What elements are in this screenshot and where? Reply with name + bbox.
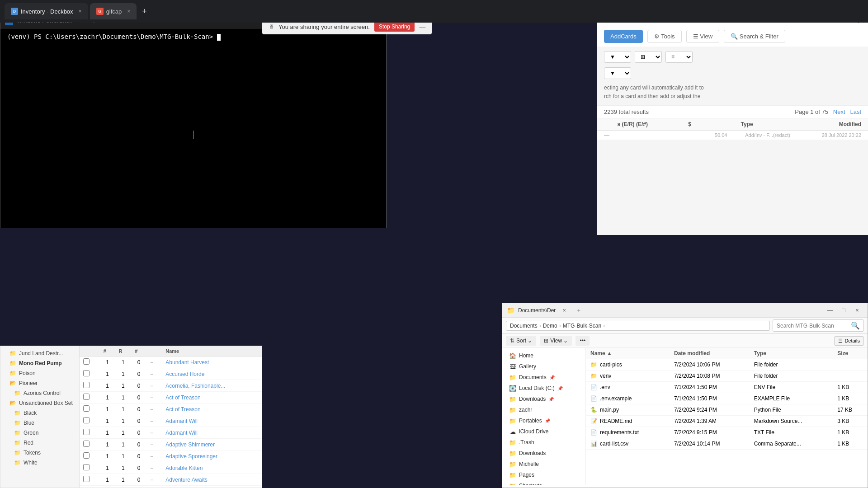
inv-table-row[interactable]: 1 1 0 − Adamant Will: [80, 427, 262, 439]
fe-details-btn[interactable]: ☰ Details: [834, 336, 864, 346]
fe-sidebar-zachr[interactable]: 📁 zachr: [502, 404, 585, 415]
inv-card-link[interactable]: Accursed Horde: [165, 371, 204, 377]
inv-cell-name[interactable]: Adaptive Shimmerer: [162, 439, 262, 450]
sidebar-unsanctioned[interactable]: 📂 Unsanctioned Box Set: [0, 398, 79, 408]
sidebar-jund[interactable]: 📁 Jund Land Destr...: [0, 348, 79, 358]
inv-table-row[interactable]: 1 1 0 − Accursed Horde: [80, 368, 262, 380]
stop-sharing-button[interactable]: Stop Sharing: [374, 22, 415, 32]
fe-file-row[interactable]: 📄 .env.example 7/1/2024 1:50 PM EXAMPLE …: [586, 393, 868, 404]
inv-table-row[interactable]: 1 1 0 − Act of Treason: [80, 404, 262, 415]
inv-cell-minus[interactable]: −: [146, 380, 162, 392]
fe-file-row[interactable]: 📄 requirements.txt 7/2/2024 9:15 PM TXT …: [586, 427, 868, 438]
inv-cell-checkbox[interactable]: [80, 462, 100, 474]
sidebar-white[interactable]: 📁 White: [0, 458, 79, 468]
inv-card-link[interactable]: Abundant Harvest: [165, 359, 209, 366]
inv-cell-checkbox[interactable]: [80, 380, 100, 392]
fe-close-tab[interactable]: ×: [558, 305, 570, 315]
inv-cell-name[interactable]: Act of Treason: [162, 392, 262, 404]
inv-cell-name[interactable]: Adventure Awaits: [162, 474, 262, 486]
inv-cell-checkbox[interactable]: [80, 486, 100, 488]
inv-cell-minus[interactable]: −: [146, 450, 162, 462]
inv-cell-minus[interactable]: −: [146, 368, 162, 380]
fe-maximize-btn[interactable]: □: [838, 305, 849, 315]
inv-cell-minus[interactable]: −: [146, 439, 162, 450]
inv-cell-minus[interactable]: −: [146, 486, 162, 488]
inv-cell-name[interactable]: Accursed Horde: [162, 368, 262, 380]
tab-deckbox[interactable]: D Inventory - Deckbox ×: [5, 3, 88, 19]
last-link[interactable]: Last: [850, 108, 861, 115]
inv-cell-name[interactable]: Adaptive Sporesinger: [162, 450, 262, 462]
fe-view-btn[interactable]: ⊞ View ⌄: [540, 336, 572, 346]
fe-breadcrumb[interactable]: Documents › Demo › MTG-Bulk-Scan ›: [506, 321, 770, 331]
fe-file-row[interactable]: 📊 card-list.csv 7/2/2024 10:14 PM Comma …: [586, 438, 868, 450]
fe-file-row[interactable]: 📝 README.md 7/2/2024 1:39 AM Markdown So…: [586, 416, 868, 427]
sidebar-red[interactable]: 📁 Red: [0, 438, 79, 448]
inv-card-link[interactable]: Adamant Will: [165, 418, 198, 424]
share-minimize[interactable]: —: [419, 23, 425, 30]
inv-cell-minus[interactable]: −: [146, 415, 162, 427]
inv-cell-checkbox[interactable]: [80, 368, 100, 380]
inv-cell-checkbox[interactable]: [80, 427, 100, 439]
fe-new-tab[interactable]: +: [573, 305, 585, 315]
inv-cell-checkbox[interactable]: [80, 404, 100, 415]
fe-sort-btn[interactable]: ⇅ Sort ⌄: [506, 336, 536, 346]
sidebar-green[interactable]: 📁 Green: [0, 428, 79, 438]
inv-table-row[interactable]: 1 1 0 − Adorable Kitten: [80, 462, 262, 474]
fe-file-row[interactable]: 📁 venv 7/2/2024 10:08 PM File folder: [586, 371, 868, 382]
fe-minimize-btn[interactable]: —: [824, 305, 836, 315]
inv-table-row[interactable]: 1 1 0 − Adaptive Shimmerer: [80, 439, 262, 450]
inv-cell-checkbox[interactable]: [80, 450, 100, 462]
inv-table-row[interactable]: 1 1 0 − Adventure Awaits: [80, 474, 262, 486]
addcards-button[interactable]: AddCards: [604, 30, 643, 43]
sidebar-mono-red[interactable]: 📁 Mono Red Pump: [0, 358, 79, 368]
filter-select-3[interactable]: ≡: [665, 51, 693, 63]
next-link[interactable]: Next: [833, 108, 845, 115]
fe-file-row[interactable]: 📄 .env 7/1/2024 1:50 PM ENV File 1 KB: [586, 382, 868, 393]
sidebar-blue[interactable]: 📁 Blue: [0, 418, 79, 428]
inv-cell-minus[interactable]: −: [146, 474, 162, 486]
fe-sidebar-icloud-drive[interactable]: ☁ iCloud Drive: [502, 426, 585, 437]
inv-cell-name[interactable]: Adamant Will: [162, 415, 262, 427]
inv-card-link[interactable]: Adorable Kitten: [165, 465, 203, 471]
inv-cell-name[interactable]: Adamant Will: [162, 427, 262, 439]
inv-card-link[interactable]: Adaptive Sporesinger: [165, 453, 217, 460]
filter-select-2[interactable]: ⊞: [635, 51, 662, 63]
inv-cell-name[interactable]: Abundant Harvest: [162, 357, 262, 368]
inv-card-link[interactable]: Adventure Awaits: [165, 477, 208, 483]
tab-deckbox-close[interactable]: ×: [79, 8, 82, 14]
inv-table-row[interactable]: 1 1 0 − Adaptive Sporesinger: [80, 450, 262, 462]
fe-sidebar-documents[interactable]: 📁 Documents 📌: [502, 372, 585, 383]
fe-sidebar-pages[interactable]: 📁 Pages: [502, 469, 585, 480]
inv-cell-minus[interactable]: −: [146, 392, 162, 404]
fe-close-btn[interactable]: ×: [851, 305, 863, 315]
inv-cell-checkbox[interactable]: [80, 415, 100, 427]
fe-sidebar-portables[interactable]: 📁 Portables 📌: [502, 415, 585, 426]
fe-sidebar-local-disk[interactable]: 💽 Local Disk (C:) 📌: [502, 383, 585, 394]
inv-table-row[interactable]: 1 1 0 − Adamant Will: [80, 415, 262, 427]
fe-file-row[interactable]: 📁 card-pics 7/2/2024 10:06 PM File folde…: [586, 359, 868, 371]
fe-more-btn[interactable]: •••: [576, 336, 590, 346]
inv-cell-checkbox[interactable]: [80, 357, 100, 368]
th-fe-type[interactable]: Type: [750, 348, 833, 359]
th-fe-date[interactable]: Date modified: [670, 348, 750, 359]
inv-cell-checkbox[interactable]: [80, 474, 100, 486]
tab-gifcap-close[interactable]: ×: [127, 8, 130, 14]
th-fe-name[interactable]: Name ▲: [586, 348, 670, 359]
inv-card-link[interactable]: Acornelia, Fashionable...: [165, 383, 225, 389]
inv-cell-minus[interactable]: −: [146, 357, 162, 368]
new-tab-button[interactable]: +: [138, 7, 151, 16]
inv-card-link[interactable]: Act of Treason: [165, 394, 200, 401]
sidebar-black[interactable]: 📁 Black: [0, 408, 79, 418]
inv-cell-name[interactable]: Adorable Kitten: [162, 462, 262, 474]
sidebar-poison[interactable]: 📁 Poison: [0, 368, 79, 378]
inv-cell-name[interactable]: Acornelia, Fashionable...: [162, 380, 262, 392]
inv-cell-name[interactable]: Adventurous Impulse: [162, 486, 262, 488]
sidebar-azorius[interactable]: 📁 Azorius Control: [0, 388, 79, 398]
inv-cell-checkbox[interactable]: [80, 392, 100, 404]
inv-table-row[interactable]: 2 2 0 − Adventurous Impulse: [80, 486, 262, 488]
search-filter-button[interactable]: 🔍 Search & Filter: [724, 30, 785, 43]
fe-sidebar-trash[interactable]: 📁 .Trash: [502, 437, 585, 448]
inv-table-row[interactable]: 1 1 0 − Abundant Harvest: [80, 357, 262, 368]
fe-sidebar-shortcuts[interactable]: 📁 Shortcuts: [502, 480, 585, 485]
inv-table-row[interactable]: 1 1 0 − Acornelia, Fashionable...: [80, 380, 262, 392]
